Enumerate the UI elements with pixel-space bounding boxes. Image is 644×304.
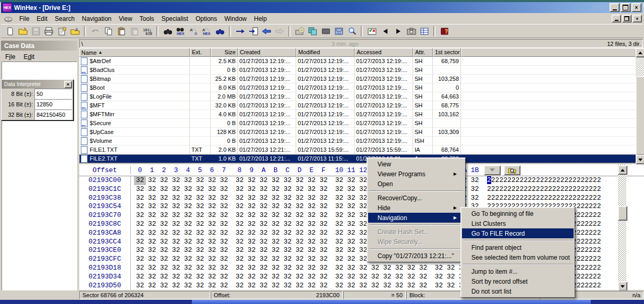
menu-specialist[interactable]: Specialist (158, 14, 192, 24)
hex-byte[interactable]: 32 (234, 211, 246, 220)
undo-icon[interactable] (89, 26, 102, 37)
hex-byte[interactable]: 32 (234, 176, 246, 185)
hex-byte[interactable]: 32 (333, 255, 345, 264)
hex-byte[interactable]: 32 (258, 202, 270, 211)
hex-byte[interactable]: 32 (333, 176, 345, 185)
hex-byte[interactable]: 32 (270, 282, 282, 290)
data-interpreter-titlebar[interactable]: Data Interpreter × (2, 80, 73, 89)
hex-byte[interactable]: 32 (194, 238, 206, 247)
menu-options[interactable]: Options (192, 14, 221, 24)
table-row[interactable]: FILE1.TXTTXT2.0 KB01/27/2013 12:21:...01… (79, 145, 644, 154)
hex-byte[interactable]: 32 (393, 264, 405, 273)
hex-byte[interactable]: 32 (258, 246, 270, 255)
submenu-item-go-to-file-record[interactable]: Go To FILE Record (462, 228, 574, 238)
hex-byte[interactable]: 32 (469, 194, 481, 203)
hex-byte[interactable]: 32 (318, 194, 330, 203)
hex-byte[interactable]: 32 (218, 238, 230, 247)
menu-search[interactable]: Search (51, 14, 78, 24)
hex-byte[interactable]: 32 (318, 229, 330, 238)
hex-byte[interactable]: 32 (294, 229, 306, 238)
hex-byte[interactable]: 32 (318, 176, 330, 185)
calculator-button[interactable] (332, 26, 345, 37)
hex-byte[interactable]: 32 (294, 238, 306, 247)
hex-byte[interactable]: 32 (146, 220, 158, 229)
file-list-scrollbar[interactable] (636, 48, 644, 163)
hex-byte[interactable]: 32 (282, 194, 294, 203)
hex-byte[interactable]: 32 (246, 185, 258, 194)
hex-byte[interactable]: 32 (345, 176, 357, 185)
hex-byte[interactable]: 32 (270, 238, 282, 247)
hex-byte[interactable]: 32 (469, 176, 481, 185)
menu-item-wipe-securely[interactable]: Wipe Securely... (368, 237, 464, 247)
menu-help[interactable]: Help (250, 14, 271, 24)
hex-byte[interactable]: 32 (194, 185, 206, 194)
copy-button[interactable] (102, 26, 115, 37)
column-header-sector[interactable]: 1st sector (433, 48, 461, 57)
hex-byte[interactable]: 32 (345, 211, 357, 220)
hex-byte[interactable]: 32 (270, 220, 282, 229)
hex-byte[interactable]: 32 (258, 220, 270, 229)
table-row[interactable]: $UpCase128 KB01/27/2013 12:19:...01/27/2… (79, 128, 644, 137)
hex-byte[interactable]: 32 (282, 202, 294, 211)
ascii-text[interactable]: 2222222222222222222222222222 (487, 185, 601, 194)
hex-byte[interactable]: 32 (318, 282, 330, 290)
hex-byte[interactable]: 32 (146, 255, 158, 264)
hex-byte[interactable]: 32 (381, 282, 393, 290)
new-file-button[interactable] (3, 26, 16, 37)
hex-byte[interactable]: 32 (206, 273, 218, 282)
hex-byte[interactable]: 32 (306, 211, 318, 220)
hex-byte[interactable]: 32 (246, 176, 258, 185)
screenshot-button[interactable] (405, 26, 418, 37)
hex-byte[interactable]: 32 (345, 264, 357, 273)
menu-item-open[interactable]: Open (368, 179, 464, 189)
hex-byte[interactable]: 32 (445, 273, 457, 282)
menu-window[interactable]: Window (221, 14, 250, 24)
mdi-minimize-button[interactable] (612, 15, 621, 22)
hex-byte[interactable]: 32 (134, 238, 146, 247)
filter-search-button[interactable] (504, 165, 520, 175)
hex-byte[interactable]: 32 (134, 211, 146, 220)
column-options-button[interactable] (484, 165, 501, 175)
hex-byte[interactable]: 32 (333, 246, 345, 255)
hex-byte[interactable]: 32 (206, 264, 218, 273)
hex-byte[interactable]: 32 (170, 194, 182, 203)
hex-byte[interactable]: 32 (294, 176, 306, 185)
hex-byte[interactable]: 32 (218, 202, 230, 211)
hex-byte[interactable]: 32 (405, 273, 417, 282)
hex-byte[interactable]: 32 (369, 273, 381, 282)
hex-byte[interactable]: 32 (294, 220, 306, 229)
hex-byte[interactable]: 32 (258, 238, 270, 247)
help-button[interactable]: ? (438, 26, 451, 37)
hex-byte[interactable]: 32 (306, 202, 318, 211)
hex-byte[interactable]: 32 (282, 273, 294, 282)
submenu-item-find-parent-object[interactable]: Find parent object (462, 242, 574, 252)
menu-navigation[interactable]: Navigation (78, 14, 115, 24)
forward-button[interactable] (273, 26, 286, 37)
hex-byte[interactable]: 32 (170, 185, 182, 194)
goto-record-button[interactable] (247, 26, 260, 37)
hex-byte[interactable]: 32 (170, 176, 182, 185)
hex-byte[interactable]: 32 (158, 282, 170, 290)
hex-byte[interactable]: 32 (182, 264, 194, 273)
hex-byte[interactable]: 32 (258, 185, 270, 194)
hex-byte[interactable]: 32 (134, 220, 146, 229)
clone-disk-button[interactable] (306, 26, 319, 37)
hex-byte[interactable]: 32 (345, 238, 357, 247)
menu-item-copy-01-27-2013-12-21[interactable]: Copy "01/27/2013 12:21:..." (368, 251, 464, 261)
submenu-item-sort-by-record-offset[interactable]: Sort by record offset (462, 276, 574, 286)
hex-byte[interactable]: 32 (170, 229, 182, 238)
hex-byte[interactable]: 32 (246, 273, 258, 282)
hex-byte[interactable]: 32 (318, 246, 330, 255)
column-header-accessed[interactable]: Accessed (355, 48, 413, 57)
hex-byte[interactable]: 32 (417, 273, 429, 282)
hex-byte[interactable]: 32 (134, 229, 146, 238)
menu-file[interactable]: File (16, 14, 33, 24)
hex-byte[interactable]: 32 (282, 238, 294, 247)
hex-byte[interactable]: 32 (134, 246, 146, 255)
hex-byte[interactable]: 32 (158, 264, 170, 273)
hex-byte[interactable]: 32 (306, 238, 318, 247)
hex-byte[interactable]: 32 (345, 246, 357, 255)
magnifier-button[interactable] (345, 26, 358, 37)
hex-byte[interactable]: 32 (258, 194, 270, 203)
hex-byte[interactable]: 32 (282, 255, 294, 264)
